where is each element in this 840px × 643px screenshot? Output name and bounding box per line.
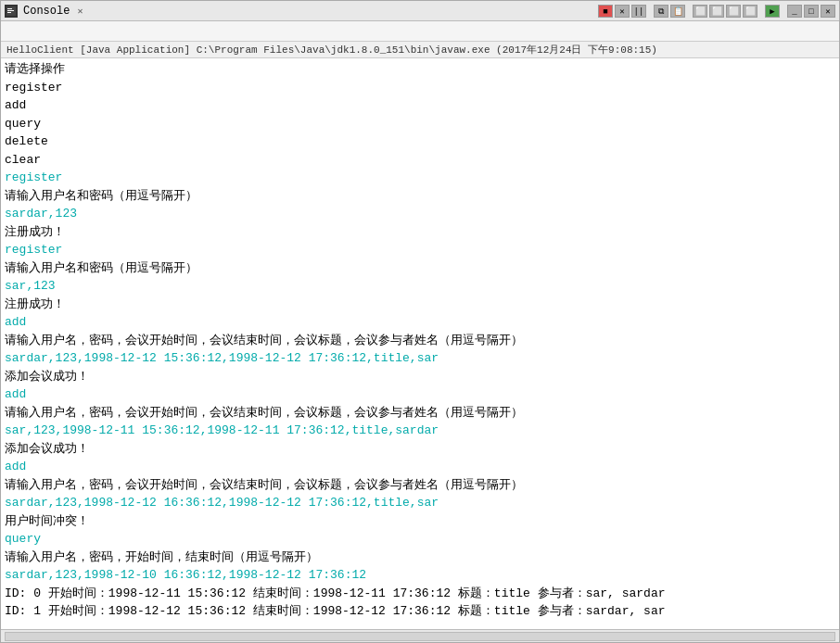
console-line: sardar,123,1998-12-12 16:36:12,1998-12-1… bbox=[5, 494, 835, 512]
word-wrap-button[interactable]: ⬜ bbox=[709, 5, 724, 18]
console-line: 请输入用户名，密码，会议开始时间，会议结束时间，会议标题，会议参与者姓名（用逗号… bbox=[5, 404, 835, 422]
console-line: register bbox=[5, 79, 835, 97]
pin-button[interactable]: ⬜ bbox=[743, 5, 757, 18]
title-bar-left: Console ✕ bbox=[5, 5, 83, 18]
console-line: 注册成功！ bbox=[5, 296, 835, 314]
open-console-button[interactable]: ▶ bbox=[765, 5, 780, 18]
tab-close-icon[interactable]: ✕ bbox=[77, 6, 83, 17]
console-line: ID: 0 开始时间：1998-12-11 15:36:12 结束时间：1998… bbox=[5, 585, 835, 603]
console-line: 注册成功！ bbox=[5, 223, 835, 242]
console-line: register bbox=[5, 241, 835, 259]
copy-button[interactable]: ⧉ bbox=[654, 5, 668, 18]
console-line: 请输入用户名，密码，会议开始时间，会议结束时间，会议标题，会议参与者姓名（用逗号… bbox=[5, 332, 835, 350]
console-line: register bbox=[5, 169, 835, 187]
console-line: add bbox=[5, 385, 835, 404]
console-line: sardar,123,1998-12-12 15:36:12,1998-12-1… bbox=[5, 349, 835, 368]
maximize-button[interactable]: □ bbox=[804, 5, 819, 18]
console-line: sardar,123,1998-12-10 16:36:12,1998-12-1… bbox=[5, 566, 835, 585]
console-line: add bbox=[5, 313, 835, 332]
toolbar bbox=[1, 21, 839, 42]
scroll-lock-button[interactable]: ⬜ bbox=[693, 5, 707, 18]
subheader-text: HelloClient [Java Application] C:\Progra… bbox=[6, 43, 657, 57]
console-line: 请输入用户名和密码（用逗号隔开） bbox=[5, 187, 835, 206]
bottom-bar bbox=[1, 629, 839, 642]
minimize-button[interactable]: _ bbox=[787, 5, 802, 18]
console-line: clear bbox=[5, 151, 835, 170]
pause-button[interactable]: || bbox=[631, 5, 646, 18]
clear-button[interactable]: ⬜ bbox=[726, 5, 741, 18]
title-bar: Console ✕ ■ ✕ || ⧉ 📋 ⬜ ⬜ ⬜ ⬜ ▶ _ □ ✕ bbox=[1, 1, 839, 21]
console-line: 添加会议成功！ bbox=[5, 368, 835, 386]
subheader: HelloClient [Java Application] C:\Progra… bbox=[1, 42, 839, 58]
console-window: Console ✕ ■ ✕ || ⧉ 📋 ⬜ ⬜ ⬜ ⬜ ▶ _ □ ✕ Hel… bbox=[0, 0, 840, 643]
console-line: delete bbox=[5, 132, 835, 151]
console-line: sar,123 bbox=[5, 277, 835, 296]
console-line: add bbox=[5, 96, 835, 115]
console-line: add bbox=[5, 458, 835, 476]
console-line: query bbox=[5, 115, 835, 133]
stop-button[interactable]: ■ bbox=[598, 5, 613, 18]
console-line: sardar,123 bbox=[5, 205, 835, 223]
console-line: sar,123,1998-12-11 15:36:12,1998-12-11 1… bbox=[5, 422, 835, 440]
console-icon bbox=[5, 5, 18, 18]
close-button[interactable]: ✕ bbox=[821, 5, 835, 18]
horizontal-scrollbar[interactable] bbox=[5, 632, 835, 641]
console-line: 请输入用户名和密码（用逗号隔开） bbox=[5, 259, 835, 278]
console-line: 请选择操作 bbox=[5, 60, 835, 79]
console-line: ID: 1 开始时间：1998-12-12 15:36:12 结束时间：1998… bbox=[5, 602, 835, 621]
svg-rect-1 bbox=[7, 8, 12, 9]
paste-button[interactable]: 📋 bbox=[670, 5, 685, 18]
console-line: 添加会议成功！ bbox=[5, 440, 835, 459]
title-bar-controls: ■ ✕ || ⧉ 📋 ⬜ ⬜ ⬜ ⬜ ▶ _ □ ✕ bbox=[598, 5, 835, 18]
console-output[interactable]: 请选择操作registeraddquerydeleteclearregister… bbox=[1, 58, 839, 629]
console-line: query bbox=[5, 530, 835, 548]
window-title: Console bbox=[23, 5, 70, 18]
console-line: 请输入用户名，密码，开始时间，结束时间（用逗号隔开） bbox=[5, 548, 835, 567]
console-line: 用户时间冲突！ bbox=[5, 512, 835, 531]
console-line: 请输入用户名，密码，会议开始时间，会议结束时间，会议标题，会议参与者姓名（用逗号… bbox=[5, 476, 835, 495]
disconnect-button[interactable]: ✕ bbox=[615, 5, 630, 18]
svg-rect-2 bbox=[7, 10, 14, 11]
svg-rect-3 bbox=[7, 12, 11, 13]
